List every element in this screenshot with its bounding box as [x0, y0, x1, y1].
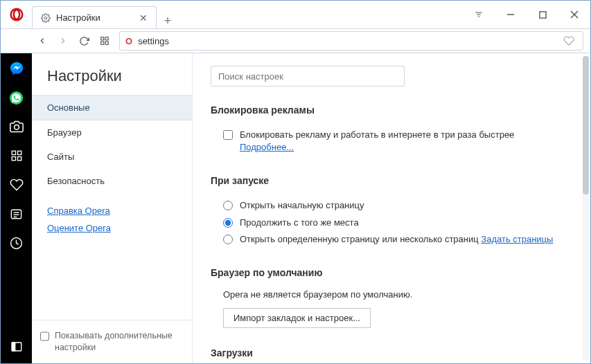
address-input[interactable] — [138, 36, 563, 46]
svg-rect-13 — [105, 42, 108, 44]
whatsapp-icon[interactable] — [8, 89, 25, 106]
chevron-right-icon — [58, 36, 68, 46]
startup-label-continue: Продолжить с того же места — [240, 217, 359, 229]
startup-label-specific: Открыть определенную страницу или нескол… — [240, 233, 553, 246]
settings-nav: Основные Браузер Сайты Безопасность — [32, 95, 192, 193]
adblock-learn-more-link[interactable]: Подробнее... — [240, 142, 294, 152]
startup-label-start-page: Открыть начальную страницу — [240, 199, 364, 212]
section-title-default-browser: Браузер по умолчанию — [211, 267, 570, 278]
startup-radio-continue[interactable] — [223, 218, 233, 228]
section-adblock: Блокировка рекламы Блокировать рекламу и… — [211, 104, 570, 156]
window-controls — [463, 1, 590, 28]
sidebar-item-browser[interactable]: Браузер — [32, 120, 192, 145]
settings-heading: Настройки — [32, 67, 192, 95]
camera-icon[interactable] — [8, 118, 25, 135]
address-bar[interactable]: O — [119, 31, 583, 51]
opera-logo-icon — [10, 8, 24, 21]
section-downloads: Загрузки — [211, 347, 570, 358]
minimize-icon — [506, 10, 515, 19]
startup-radio-start-page[interactable] — [223, 201, 233, 210]
sidebar-item-privacy[interactable]: Безопасность — [32, 169, 192, 193]
section-title-startup: При запуске — [211, 175, 570, 186]
close-window-button[interactable] — [558, 1, 590, 28]
grid-rail-icon[interactable] — [8, 147, 25, 164]
window-menu-button[interactable] — [463, 1, 495, 28]
adblock-label: Блокировать рекламу и работать в интерне… — [240, 129, 570, 154]
chevron-left-icon — [37, 36, 47, 46]
section-default-browser: Браузер по умолчанию Opera не является б… — [211, 267, 570, 328]
rate-link[interactable]: Оцените Opera — [47, 223, 177, 233]
svg-rect-7 — [539, 11, 545, 17]
tabs-area: Настройки ✕ + — [32, 1, 463, 28]
sidebar-footer: Показывать дополнительные настройки — [32, 320, 192, 363]
svg-rect-16 — [12, 151, 15, 154]
advanced-settings-label[interactable]: Показывать дополнительные настройки — [55, 330, 184, 354]
section-title-adblock: Блокировка рекламы — [211, 104, 570, 116]
settings-sidebar: Настройки Основные Браузер Сайты Безопас… — [32, 53, 193, 363]
new-tab-button[interactable]: + — [157, 14, 179, 28]
heart-rail-icon[interactable] — [8, 176, 25, 193]
close-icon — [570, 10, 579, 19]
sidebar-links: Справка Opera Оцените Opera — [32, 193, 192, 253]
history-rail-icon[interactable] — [8, 235, 25, 251]
messenger-icon[interactable] — [8, 60, 25, 77]
advanced-settings-checkbox[interactable] — [40, 331, 49, 341]
left-rail — [1, 53, 32, 363]
default-browser-status: Opera не является браузером по умолчанию… — [211, 289, 570, 300]
toolbar: O — [1, 28, 590, 53]
svg-rect-12 — [101, 42, 104, 44]
grid-icon — [100, 36, 109, 46]
settings-content: Блокировка рекламы Блокировать рекламу и… — [193, 53, 590, 363]
back-button[interactable] — [32, 30, 53, 51]
title-bar: Настройки ✕ + — [1, 1, 590, 28]
svg-point-2 — [44, 17, 47, 19]
opera-menu-button[interactable] — [1, 1, 32, 28]
svg-rect-19 — [17, 157, 21, 161]
news-rail-icon[interactable] — [8, 206, 25, 222]
main-area: Настройки Основные Браузер Сайты Безопас… — [1, 53, 590, 363]
adblock-checkbox[interactable] — [223, 130, 233, 140]
minimize-button[interactable] — [495, 1, 527, 28]
forward-button[interactable] — [53, 30, 73, 51]
svg-rect-10 — [101, 37, 104, 40]
section-startup: При запуске Открыть начальную страницу П… — [211, 175, 570, 248]
maximize-button[interactable] — [527, 1, 558, 28]
address-badge: O — [125, 36, 132, 46]
tab-close-icon[interactable]: ✕ — [139, 12, 148, 24]
sidebar-item-websites[interactable]: Сайты — [32, 145, 192, 169]
tab-title: Настройки — [56, 12, 134, 23]
reload-button[interactable] — [73, 30, 94, 51]
svg-point-1 — [13, 10, 19, 19]
scrollbar-thumb[interactable] — [583, 56, 589, 194]
svg-point-15 — [14, 125, 19, 130]
help-link[interactable]: Справка Opera — [47, 206, 177, 216]
svg-rect-11 — [105, 37, 108, 40]
search-settings-input[interactable] — [211, 66, 405, 87]
startup-set-pages-link[interactable]: Задать страницы — [481, 234, 553, 244]
sidebar-toggle-icon[interactable] — [8, 338, 25, 355]
svg-rect-18 — [12, 157, 15, 161]
maximize-icon — [539, 11, 547, 19]
svg-rect-26 — [12, 343, 15, 351]
section-title-downloads: Загрузки — [211, 347, 570, 358]
gear-icon — [41, 13, 51, 23]
startup-radio-specific[interactable] — [223, 235, 233, 244]
speed-dial-button[interactable] — [94, 30, 115, 51]
tab-settings[interactable]: Настройки ✕ — [32, 6, 157, 28]
bookmark-heart-icon[interactable] — [563, 35, 577, 46]
reload-icon — [79, 36, 89, 46]
sidebar-item-basic[interactable]: Основные — [32, 95, 192, 120]
svg-rect-17 — [17, 151, 21, 154]
content-wrap: Блокировка рекламы Блокировать рекламу и… — [193, 53, 590, 363]
import-bookmarks-button[interactable]: Импорт закладок и настроек... — [223, 308, 371, 328]
